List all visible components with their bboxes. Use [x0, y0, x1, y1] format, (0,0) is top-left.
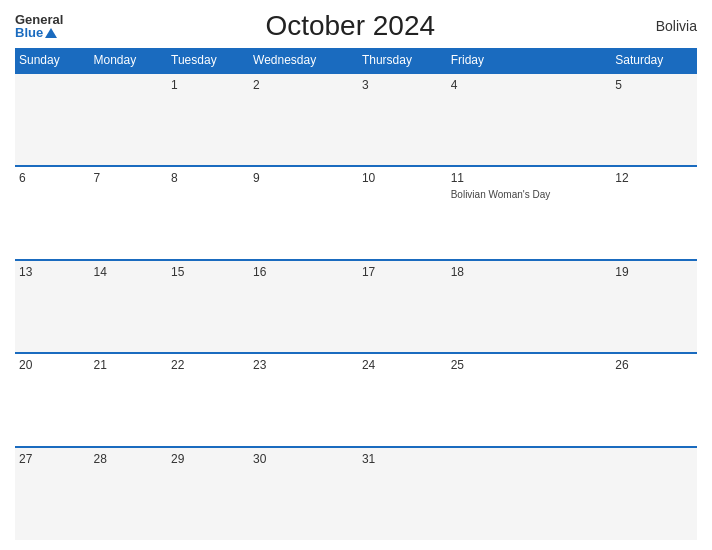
calendar-cell: 4 [447, 73, 612, 166]
country-label: Bolivia [637, 18, 697, 34]
calendar-table: SundayMondayTuesdayWednesdayThursdayFrid… [15, 48, 697, 540]
calendar-cell: 25 [447, 353, 612, 446]
calendar-cell: 17 [358, 260, 447, 353]
day-number: 10 [362, 171, 443, 185]
day-number: 24 [362, 358, 443, 372]
calendar-cell: 3 [358, 73, 447, 166]
calendar-cell: 15 [167, 260, 249, 353]
day-number: 27 [19, 452, 86, 466]
day-number: 20 [19, 358, 86, 372]
calendar-cell: 30 [249, 447, 358, 540]
logo: General Blue [15, 13, 63, 39]
day-header-friday: Friday [447, 48, 612, 73]
day-number: 15 [171, 265, 245, 279]
calendar-cell: 24 [358, 353, 447, 446]
day-number: 1 [171, 78, 245, 92]
day-number: 7 [94, 171, 164, 185]
day-number: 13 [19, 265, 86, 279]
day-number: 2 [253, 78, 354, 92]
day-number: 18 [451, 265, 608, 279]
day-number: 25 [451, 358, 608, 372]
day-number: 4 [451, 78, 608, 92]
calendar-cell: 5 [611, 73, 697, 166]
day-number: 23 [253, 358, 354, 372]
calendar-cell: 20 [15, 353, 90, 446]
day-number: 14 [94, 265, 164, 279]
calendar-cell [611, 447, 697, 540]
day-number: 3 [362, 78, 443, 92]
calendar-cell: 16 [249, 260, 358, 353]
day-number: 9 [253, 171, 354, 185]
event-label: Bolivian Woman's Day [451, 189, 551, 200]
day-number: 21 [94, 358, 164, 372]
calendar-week-row: 20212223242526 [15, 353, 697, 446]
calendar-cell: 29 [167, 447, 249, 540]
calendar-cell: 1 [167, 73, 249, 166]
calendar-week-row: 67891011Bolivian Woman's Day12 [15, 166, 697, 259]
calendar-cell: 31 [358, 447, 447, 540]
calendar-cell: 28 [90, 447, 168, 540]
calendar-cell: 19 [611, 260, 697, 353]
logo-triangle-icon [45, 28, 57, 38]
calendar-cell: 23 [249, 353, 358, 446]
calendar-cell: 8 [167, 166, 249, 259]
day-number: 26 [615, 358, 693, 372]
calendar-cell: 21 [90, 353, 168, 446]
calendar-cell: 11Bolivian Woman's Day [447, 166, 612, 259]
calendar-cell: 14 [90, 260, 168, 353]
day-number: 31 [362, 452, 443, 466]
day-header-saturday: Saturday [611, 48, 697, 73]
calendar-title: October 2024 [63, 10, 637, 42]
day-number: 5 [615, 78, 693, 92]
day-number: 22 [171, 358, 245, 372]
calendar-cell: 2 [249, 73, 358, 166]
calendar-cell: 13 [15, 260, 90, 353]
calendar-week-row: 12345 [15, 73, 697, 166]
calendar-cell: 22 [167, 353, 249, 446]
calendar-cell: 12 [611, 166, 697, 259]
calendar-cell: 10 [358, 166, 447, 259]
day-header-sunday: Sunday [15, 48, 90, 73]
day-number: 28 [94, 452, 164, 466]
calendar-cell: 7 [90, 166, 168, 259]
day-number: 17 [362, 265, 443, 279]
calendar-week-row: 13141516171819 [15, 260, 697, 353]
day-number: 11 [451, 171, 608, 185]
calendar-header-row: SundayMondayTuesdayWednesdayThursdayFrid… [15, 48, 697, 73]
day-header-wednesday: Wednesday [249, 48, 358, 73]
calendar-page: General Blue October 2024 Bolivia Sunday… [0, 0, 712, 550]
calendar-cell: 6 [15, 166, 90, 259]
day-number: 16 [253, 265, 354, 279]
calendar-header: General Blue October 2024 Bolivia [15, 10, 697, 42]
calendar-cell: 26 [611, 353, 697, 446]
logo-blue-text: Blue [15, 26, 63, 39]
day-header-tuesday: Tuesday [167, 48, 249, 73]
day-number: 19 [615, 265, 693, 279]
calendar-cell: 27 [15, 447, 90, 540]
calendar-cell [447, 447, 612, 540]
day-header-monday: Monday [90, 48, 168, 73]
calendar-cell: 18 [447, 260, 612, 353]
calendar-cell: 9 [249, 166, 358, 259]
day-number: 29 [171, 452, 245, 466]
day-number: 30 [253, 452, 354, 466]
calendar-cell [90, 73, 168, 166]
day-number: 6 [19, 171, 86, 185]
day-number: 8 [171, 171, 245, 185]
day-header-thursday: Thursday [358, 48, 447, 73]
day-number: 12 [615, 171, 693, 185]
calendar-week-row: 2728293031 [15, 447, 697, 540]
calendar-cell [15, 73, 90, 166]
